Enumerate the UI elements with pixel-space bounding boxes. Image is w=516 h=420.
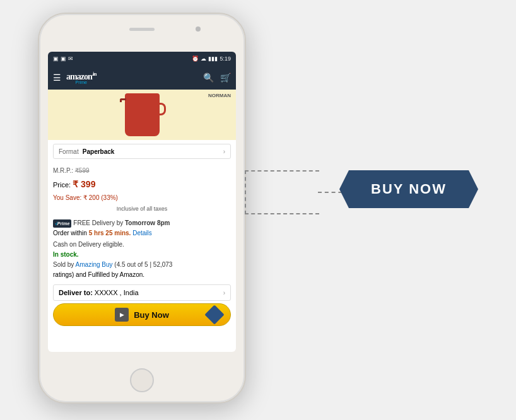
buy-now-button[interactable]: ▶ Buy Now: [53, 303, 231, 326]
prime-badge: √Prime: [53, 219, 71, 228]
cod-row: Cash on Delivery eligible.: [53, 240, 231, 250]
sold-by-row: Sold by Amazing Buy (4.5 out of 5 | 52,0…: [53, 260, 231, 270]
phone-mockup: ▣ ▣ ✉ ⏰ ☁ ▮▮▮ 5:19 ☰ amazon.in: [38, 13, 246, 404]
phone-screen: ▣ ▣ ✉ ⏰ ☁ ▮▮▮ 5:19 ☰ amazon.in: [48, 52, 236, 352]
price-section: M.R.P.: ₹599 Price: ₹ 399 You Save: ₹ 20…: [48, 163, 236, 216]
status-left: ▣ ▣ ✉: [53, 55, 73, 62]
diamond-gem: [208, 308, 221, 322]
format-arrow-icon: ›: [223, 148, 225, 155]
time-display: 5:19: [220, 55, 231, 62]
search-icon[interactable]: 🔍: [203, 73, 214, 83]
delivery-section: √Prime FREE Delivery by Tomorrow 8pm Ord…: [48, 216, 236, 282]
savings-row: You Save: ₹ 200 (33%): [53, 192, 231, 204]
stock-row: In stock.: [53, 250, 231, 260]
deliver-to-label: Deliver to: XXXXX , India: [59, 289, 139, 296]
prime-delivery-row: √Prime FREE Delivery by Tomorrow 8pm: [53, 218, 231, 228]
big-buy-now-label: BUY NOW: [371, 181, 447, 197]
deliver-to-section[interactable]: Deliver to: XXXXX , India ›: [53, 284, 231, 301]
phone-camera: [196, 26, 201, 32]
seller-link[interactable]: Amazing Buy: [76, 261, 113, 268]
inclusive-row: Inclusive of all taxes: [53, 204, 231, 214]
order-timing-row: Order within 5 hrs 25 mins. Details: [53, 228, 231, 238]
play-icon: ▶: [115, 308, 129, 322]
amazon-header: ☰ amazon.in Prime 🔍 🛒: [48, 66, 236, 90]
order-time: 5 hrs 25 mins.: [89, 230, 131, 236]
phone-speaker: [129, 28, 155, 31]
home-button[interactable]: [130, 368, 154, 392]
jug-handle: [158, 103, 166, 115]
price-value: ₹ 399: [73, 179, 95, 189]
mrp-original: ₹599: [75, 167, 90, 174]
buy-now-label: Buy Now: [134, 310, 169, 320]
status-bar: ▣ ▣ ✉ ⏰ ☁ ▮▮▮ 5:19: [48, 52, 236, 66]
details-link[interactable]: Details: [132, 230, 152, 236]
cart-icon[interactable]: 🛒: [220, 73, 231, 83]
author-label: NORMAN: [208, 93, 231, 98]
big-buy-now-button[interactable]: BUY NOW: [339, 170, 478, 208]
phone-shell: ▣ ▣ ✉ ⏰ ☁ ▮▮▮ 5:19 ☰ amazon.in: [38, 13, 246, 404]
sold-by-suffix: ratings) and Fulfilled by Amazon.: [53, 270, 231, 280]
format-label: Format Paperback: [59, 148, 114, 155]
jug-spout: [120, 98, 126, 102]
status-right: ⏰ ☁ ▮▮▮ 5:19: [192, 55, 231, 62]
sim-icon: ▣: [53, 55, 59, 62]
price-row: Price: ₹ 399: [53, 177, 231, 192]
mrp-row: M.R.P.: ₹599: [53, 165, 231, 177]
product-image-area: NORMAN: [48, 90, 236, 140]
prime-label: Prime: [76, 80, 87, 85]
mail-icon: ✉: [68, 55, 73, 62]
product-image: [125, 93, 160, 136]
logo-suffix: .in: [92, 71, 97, 77]
header-icons: 🔍 🛒: [203, 73, 231, 83]
alarm-icon: ⏰: [192, 55, 199, 62]
signal-icon: ▣: [61, 55, 66, 62]
deliver-to-arrow-icon: ›: [223, 289, 225, 296]
format-section[interactable]: Format Paperback ›: [53, 144, 231, 159]
network-icon: ☁: [201, 55, 206, 62]
big-buy-now-container: BUY NOW: [339, 170, 478, 208]
battery-icon: ▮▮▮: [208, 55, 218, 62]
amazon-logo: amazon.in Prime: [66, 71, 96, 85]
product-content: NORMAN Format Paperback ›: [48, 90, 236, 329]
hamburger-icon[interactable]: ☰: [53, 73, 61, 83]
